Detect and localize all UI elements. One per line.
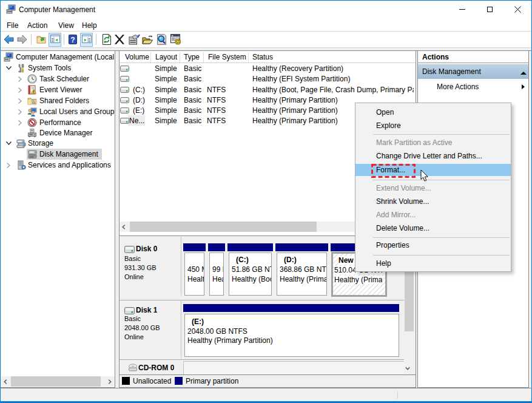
- svg-text:?: ?: [70, 36, 75, 44]
